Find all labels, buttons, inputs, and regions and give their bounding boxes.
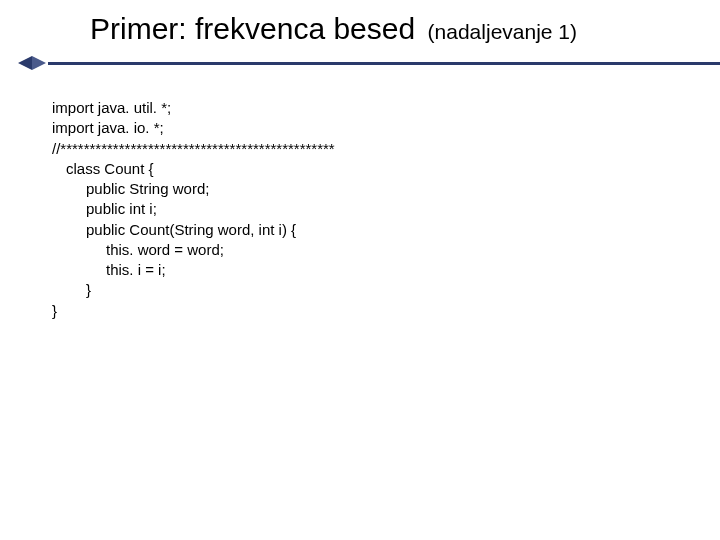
slide-subtitle: (nadaljevanje 1)	[428, 20, 577, 43]
slide-title: Primer: frekvenca besed	[90, 12, 415, 45]
code-line: public Count(String word, int i) {	[52, 220, 680, 240]
diamond-bullet-icon	[18, 56, 46, 70]
code-line: public String word;	[52, 179, 680, 199]
code-line: public int i;	[52, 199, 680, 219]
code-line: import java. io. *;	[52, 118, 680, 138]
code-line: //**************************************…	[52, 139, 680, 159]
slide: Primer: frekvenca besed (nadaljevanje 1)…	[0, 0, 720, 540]
code-line: }	[52, 301, 680, 321]
code-line: class Count {	[52, 159, 680, 179]
title-area: Primer: frekvenca besed (nadaljevanje 1)	[0, 12, 720, 46]
divider-line	[48, 62, 720, 65]
code-line: import java. util. *;	[52, 98, 680, 118]
code-block: import java. util. *; import java. io. *…	[0, 98, 720, 321]
code-line: this. i = i;	[52, 260, 680, 280]
divider	[0, 56, 720, 70]
code-line: }	[52, 280, 680, 300]
code-line: this. word = word;	[52, 240, 680, 260]
